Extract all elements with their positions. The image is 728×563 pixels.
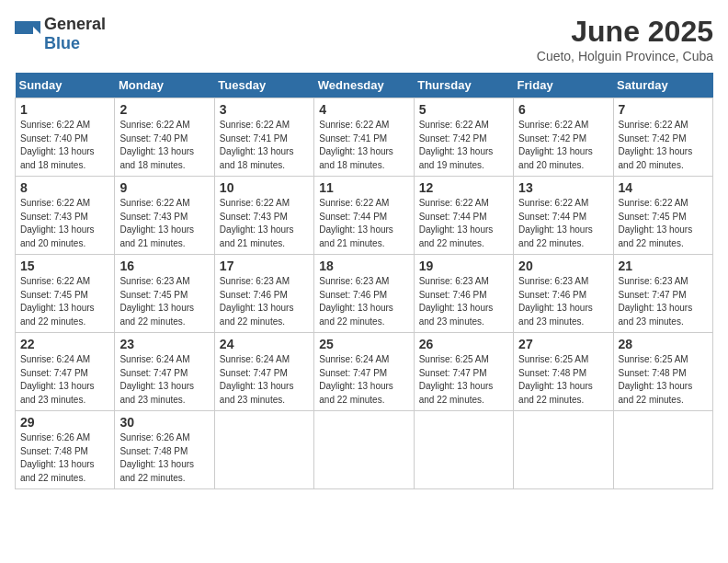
day-cell: 9Sunrise: 6:22 AM Sunset: 7:43 PM Daylig… [115,177,214,255]
day-info: Sunrise: 6:24 AM Sunset: 7:47 PM Dayligh… [220,353,309,407]
week-row-4: 22Sunrise: 6:24 AM Sunset: 7:47 PM Dayli… [16,333,713,411]
day-cell: 23Sunrise: 6:24 AM Sunset: 7:47 PM Dayli… [115,333,214,411]
week-row-5: 29Sunrise: 6:26 AM Sunset: 7:48 PM Dayli… [16,411,713,489]
day-cell [214,411,313,489]
day-cell: 22Sunrise: 6:24 AM Sunset: 7:47 PM Dayli… [16,333,115,411]
day-cell [514,411,613,489]
day-info: Sunrise: 6:22 AM Sunset: 7:45 PM Dayligh… [20,275,109,328]
day-number: 16 [119,259,209,273]
day-info: Sunrise: 6:23 AM Sunset: 7:46 PM Dayligh… [419,275,508,328]
day-info: Sunrise: 6:22 AM Sunset: 7:42 PM Dayligh… [619,119,708,172]
day-number: 1 [20,102,109,117]
day-info: Sunrise: 6:24 AM Sunset: 7:47 PM Dayligh… [319,353,408,407]
day-number: 10 [220,180,309,195]
calendar-header-row: Sunday Monday Tuesday Wednesday Thursday… [16,73,713,98]
day-cell: 20Sunrise: 6:23 AM Sunset: 7:46 PM Dayli… [514,255,613,333]
day-info: Sunrise: 6:25 AM Sunset: 7:48 PM Dayligh… [619,353,708,407]
day-cell: 12Sunrise: 6:22 AM Sunset: 7:44 PM Dayli… [414,177,513,255]
week-row-1: 1Sunrise: 6:22 AM Sunset: 7:40 PM Daylig… [16,98,713,177]
logo-general: General [44,15,106,33]
day-number: 28 [619,337,708,351]
header-friday: Friday [514,73,613,98]
day-number: 2 [119,102,209,117]
day-cell [314,411,414,489]
day-number: 22 [20,337,109,351]
day-cell: 6Sunrise: 6:22 AM Sunset: 7:42 PM Daylig… [514,98,613,177]
day-cell: 11Sunrise: 6:22 AM Sunset: 7:44 PM Dayli… [314,177,414,255]
logo-blue: Blue [44,34,80,52]
day-number: 23 [119,337,209,351]
day-number: 3 [220,102,309,117]
day-number: 13 [518,180,608,195]
day-cell: 18Sunrise: 6:23 AM Sunset: 7:46 PM Dayli… [314,255,414,333]
day-cell: 25Sunrise: 6:24 AM Sunset: 7:47 PM Dayli… [314,333,414,411]
logo-text: General Blue [44,15,106,53]
day-number: 11 [319,180,408,195]
day-cell [414,411,513,489]
day-info: Sunrise: 6:26 AM Sunset: 7:48 PM Dayligh… [119,431,209,485]
day-cell: 7Sunrise: 6:22 AM Sunset: 7:42 PM Daylig… [613,98,712,177]
day-cell: 17Sunrise: 6:23 AM Sunset: 7:46 PM Dayli… [214,255,313,333]
day-info: Sunrise: 6:22 AM Sunset: 7:44 PM Dayligh… [419,197,508,250]
month-title: June 2025 [537,15,713,49]
calendar-table: Sunday Monday Tuesday Wednesday Thursday… [15,73,713,489]
day-cell: 21Sunrise: 6:23 AM Sunset: 7:47 PM Dayli… [613,255,712,333]
day-number: 20 [518,259,608,273]
day-info: Sunrise: 6:22 AM Sunset: 7:42 PM Dayligh… [518,119,608,172]
day-info: Sunrise: 6:22 AM Sunset: 7:41 PM Dayligh… [319,119,408,172]
day-cell: 28Sunrise: 6:25 AM Sunset: 7:48 PM Dayli… [613,333,712,411]
day-info: Sunrise: 6:23 AM Sunset: 7:46 PM Dayligh… [518,275,608,328]
day-info: Sunrise: 6:22 AM Sunset: 7:43 PM Dayligh… [119,197,209,250]
day-number: 4 [319,102,408,117]
day-number: 19 [419,259,508,273]
day-cell: 13Sunrise: 6:22 AM Sunset: 7:44 PM Dayli… [514,177,613,255]
day-cell [613,411,712,489]
day-cell: 27Sunrise: 6:25 AM Sunset: 7:48 PM Dayli… [514,333,613,411]
day-cell: 3Sunrise: 6:22 AM Sunset: 7:41 PM Daylig… [214,98,313,177]
day-cell: 29Sunrise: 6:26 AM Sunset: 7:48 PM Dayli… [16,411,115,489]
page-header: General Blue June 2025 Cueto, Holguin Pr… [15,15,713,63]
day-cell: 5Sunrise: 6:22 AM Sunset: 7:42 PM Daylig… [414,98,513,177]
title-area: June 2025 Cueto, Holguin Province, Cuba [537,15,713,63]
day-info: Sunrise: 6:22 AM Sunset: 7:40 PM Dayligh… [20,119,109,172]
day-cell: 4Sunrise: 6:22 AM Sunset: 7:41 PM Daylig… [314,98,414,177]
day-cell: 2Sunrise: 6:22 AM Sunset: 7:40 PM Daylig… [115,98,214,177]
day-number: 26 [419,337,508,351]
svg-rect-1 [15,34,40,47]
logo-icon [15,21,40,47]
header-monday: Monday [115,73,214,98]
day-number: 24 [220,337,309,351]
header-sunday: Sunday [16,73,115,98]
header-saturday: Saturday [613,73,712,98]
logo: General Blue [15,15,106,53]
day-cell: 8Sunrise: 6:22 AM Sunset: 7:43 PM Daylig… [16,177,115,255]
day-number: 14 [619,180,708,195]
day-info: Sunrise: 6:22 AM Sunset: 7:44 PM Dayligh… [518,197,608,250]
day-info: Sunrise: 6:25 AM Sunset: 7:47 PM Dayligh… [419,353,508,407]
header-thursday: Thursday [414,73,513,98]
day-cell: 10Sunrise: 6:22 AM Sunset: 7:43 PM Dayli… [214,177,313,255]
day-info: Sunrise: 6:22 AM Sunset: 7:40 PM Dayligh… [119,119,209,172]
day-cell: 26Sunrise: 6:25 AM Sunset: 7:47 PM Dayli… [414,333,513,411]
day-info: Sunrise: 6:22 AM Sunset: 7:43 PM Dayligh… [20,197,109,250]
day-info: Sunrise: 6:25 AM Sunset: 7:48 PM Dayligh… [518,353,608,407]
day-number: 17 [220,259,309,273]
day-info: Sunrise: 6:23 AM Sunset: 7:46 PM Dayligh… [220,275,309,328]
day-number: 9 [119,180,209,195]
day-cell: 24Sunrise: 6:24 AM Sunset: 7:47 PM Dayli… [214,333,313,411]
day-info: Sunrise: 6:22 AM Sunset: 7:42 PM Dayligh… [419,119,508,172]
day-info: Sunrise: 6:23 AM Sunset: 7:46 PM Dayligh… [319,275,408,328]
day-number: 5 [419,102,508,117]
day-number: 8 [20,180,109,195]
day-number: 27 [518,337,608,351]
day-cell: 19Sunrise: 6:23 AM Sunset: 7:46 PM Dayli… [414,255,513,333]
day-info: Sunrise: 6:22 AM Sunset: 7:43 PM Dayligh… [220,197,309,250]
day-info: Sunrise: 6:23 AM Sunset: 7:47 PM Dayligh… [619,275,708,328]
week-row-2: 8Sunrise: 6:22 AM Sunset: 7:43 PM Daylig… [16,177,713,255]
day-info: Sunrise: 6:22 AM Sunset: 7:41 PM Dayligh… [220,119,309,172]
day-cell: 15Sunrise: 6:22 AM Sunset: 7:45 PM Dayli… [16,255,115,333]
day-info: Sunrise: 6:22 AM Sunset: 7:45 PM Dayligh… [619,197,708,250]
day-number: 12 [419,180,508,195]
day-info: Sunrise: 6:23 AM Sunset: 7:45 PM Dayligh… [119,275,209,328]
day-number: 7 [619,102,708,117]
